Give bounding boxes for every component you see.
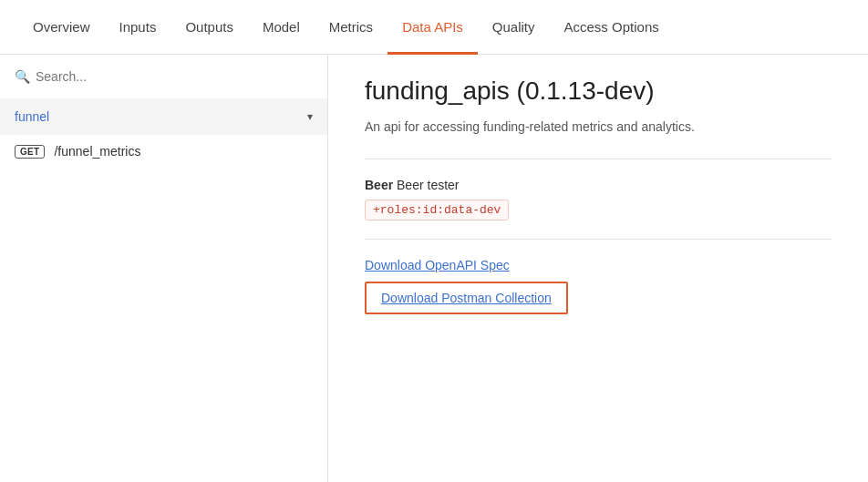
endpoint-path: /funnel_metrics — [54, 144, 140, 159]
sidebar: 🔍 funnel ▾ GET /funnel_metrics — [0, 55, 328, 482]
api-description: An api for accessing funding-related met… — [365, 117, 832, 137]
top-navigation: OverviewInputsOutputsModelMetricsData AP… — [0, 0, 868, 55]
search-container: 🔍 — [0, 69, 327, 98]
divider-1 — [365, 159, 832, 159]
auth-label-rest: Beer tester — [393, 178, 459, 192]
http-method-badge: GET — [15, 145, 45, 159]
nav-item-inputs[interactable]: Inputs — [105, 0, 171, 55]
auth-label: Beer Beer tester — [365, 178, 832, 192]
nav-item-access-options[interactable]: Access Options — [550, 0, 674, 55]
divider-2 — [365, 239, 832, 240]
auth-code: +roles:id:data-dev — [365, 200, 509, 220]
nav-item-metrics[interactable]: Metrics — [315, 0, 388, 55]
chevron-down-icon: ▾ — [307, 110, 313, 123]
search-input[interactable] — [36, 69, 313, 84]
auth-label-bold: Beer — [365, 178, 393, 192]
auth-section: Beer Beer tester +roles:id:data-dev — [365, 178, 832, 220]
download-postman-link[interactable]: Download Postman Collection — [365, 282, 568, 314]
main-layout: 🔍 funnel ▾ GET /funnel_metrics funding_a… — [0, 55, 868, 482]
nav-item-quality[interactable]: Quality — [478, 0, 550, 55]
nav-item-overview[interactable]: Overview — [18, 0, 105, 55]
download-openapi-link[interactable]: Download OpenAPI Spec — [365, 258, 832, 272]
nav-item-data-apis[interactable]: Data APIs — [388, 0, 478, 55]
sidebar-section-label: funnel — [15, 109, 49, 124]
search-icon: 🔍 — [15, 69, 30, 84]
nav-item-outputs[interactable]: Outputs — [170, 0, 248, 55]
download-section: Download OpenAPI Spec Download Postman C… — [365, 258, 832, 314]
api-title: funding_apis (0.1.13-dev) — [365, 77, 832, 106]
main-content: funding_apis (0.1.13-dev) An api for acc… — [328, 55, 868, 482]
sidebar-endpoint-item[interactable]: GET /funnel_metrics — [0, 135, 327, 168]
sidebar-section-funnel[interactable]: funnel ▾ — [0, 98, 327, 135]
nav-item-model[interactable]: Model — [248, 0, 315, 55]
